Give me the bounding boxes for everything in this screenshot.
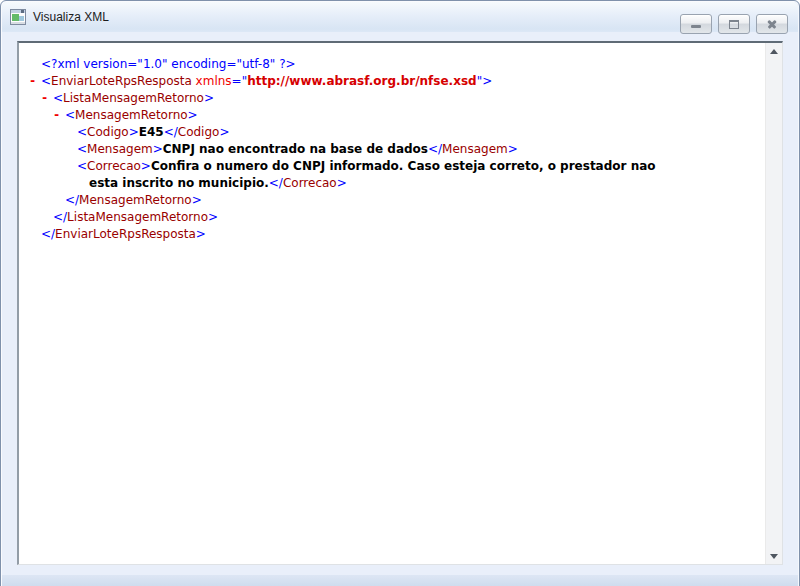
xml-segment-t: ListaMensagemRetorno bbox=[67, 210, 208, 224]
xml-segment-t: Correcao bbox=[87, 159, 141, 173]
xml-segment-t: Mensagem bbox=[442, 142, 508, 156]
scroll-down-button[interactable] bbox=[766, 548, 782, 564]
xml-segment-m: < bbox=[77, 125, 87, 139]
xml-segment-m: > bbox=[129, 125, 139, 139]
xml-segment-ns: xmlns bbox=[192, 74, 232, 88]
xml-segment-m: > bbox=[153, 142, 163, 156]
xml-segment-t: ListaMensagemRetorno bbox=[63, 91, 204, 105]
xml-segment-m: < bbox=[77, 159, 87, 173]
xml-segment-m: </ bbox=[428, 142, 442, 156]
xml-line: -<EnviarLoteRpsResposta xmlns="http://ww… bbox=[19, 73, 765, 90]
xml-segment-tx: Confira o numero do CNPJ informado. Caso… bbox=[151, 159, 656, 173]
xml-document: <?xml version="1.0" encoding="utf-8" ?>-… bbox=[19, 43, 765, 564]
collapse-toggle[interactable]: - bbox=[29, 73, 41, 90]
minimize-button[interactable] bbox=[680, 14, 712, 34]
vertical-scrollbar[interactable] bbox=[765, 43, 782, 564]
xml-segment-m: =" bbox=[232, 74, 248, 88]
xml-segment-t: Codigo bbox=[87, 125, 129, 139]
title-bar[interactable]: Visualiza XML bbox=[2, 2, 798, 32]
xml-viewer-panel: <?xml version="1.0" encoding="utf-8" ?>-… bbox=[17, 41, 783, 565]
arrow-up-icon bbox=[770, 49, 778, 54]
xml-line: <Correcao>Confira o numero do CNPJ infor… bbox=[19, 158, 765, 175]
xml-segment-m: </ bbox=[269, 176, 283, 190]
xml-segment-m: > bbox=[188, 108, 198, 122]
xml-segment-m: < bbox=[77, 142, 87, 156]
xml-segment-t: MensagemRetorno bbox=[79, 193, 192, 207]
xml-line: -<ListaMensagemRetorno> bbox=[19, 90, 765, 107]
xml-line: esta inscrito no municipio.</Correcao> bbox=[19, 175, 765, 192]
xml-segment-m: < bbox=[65, 108, 75, 122]
scroll-up-button[interactable] bbox=[766, 43, 782, 59]
xml-segment-m: </ bbox=[164, 125, 178, 139]
xml-segment-m: </ bbox=[65, 193, 79, 207]
xml-segment-m: > bbox=[337, 176, 347, 190]
xml-segment-m: > bbox=[508, 142, 518, 156]
xml-segment-m: > bbox=[208, 210, 218, 224]
collapse-toggle[interactable]: - bbox=[53, 107, 65, 124]
caption-buttons bbox=[680, 14, 788, 34]
xml-segment-t: Mensagem bbox=[87, 142, 153, 156]
xml-line: <?xml version="1.0" encoding="utf-8" ?> bbox=[19, 56, 765, 73]
close-button[interactable] bbox=[756, 14, 788, 34]
xml-line: </EnviarLoteRpsResposta> bbox=[19, 226, 765, 243]
xml-segment-m: "> bbox=[477, 74, 493, 88]
collapse-toggle[interactable]: - bbox=[41, 90, 53, 107]
xml-segment-m: > bbox=[204, 91, 214, 105]
xml-line: <Codigo>E45</Codigo> bbox=[19, 124, 765, 141]
xml-segment-m: </ bbox=[41, 227, 55, 241]
xml-segment-m: < bbox=[41, 74, 51, 88]
xml-segment-t: EnviarLoteRpsResposta bbox=[55, 227, 196, 241]
app-form-icon bbox=[10, 9, 26, 25]
xml-segment-t: Codigo bbox=[178, 125, 220, 139]
xml-segment-t: EnviarLoteRpsResposta bbox=[51, 74, 192, 88]
window-bottom-edge bbox=[2, 575, 798, 586]
xml-segment-nsv: http://www.abrasf.org.br/nfse.xsd bbox=[247, 74, 476, 88]
maximize-button[interactable] bbox=[718, 14, 750, 34]
xml-segment-m: < bbox=[53, 91, 63, 105]
xml-segment-t: Correcao bbox=[283, 176, 337, 190]
xml-line: </MensagemRetorno> bbox=[19, 192, 765, 209]
xml-segment-tx: E45 bbox=[139, 125, 164, 139]
minimize-icon bbox=[691, 25, 701, 28]
xml-segment-m: > bbox=[196, 227, 206, 241]
arrow-down-icon bbox=[770, 554, 778, 559]
xml-line: -<MensagemRetorno> bbox=[19, 107, 765, 124]
maximize-icon bbox=[729, 20, 739, 29]
xml-segment-m: > bbox=[219, 125, 229, 139]
window-title: Visualiza XML bbox=[33, 10, 109, 24]
xml-segment-tx: esta inscrito no municipio. bbox=[89, 176, 269, 190]
xml-segment-t: MensagemRetorno bbox=[75, 108, 188, 122]
xml-line: <Mensagem>CNPJ nao encontrado na base de… bbox=[19, 141, 765, 158]
xml-segment-tx: CNPJ nao encontrado na base de dados bbox=[163, 142, 428, 156]
visualiza-xml-window: Visualiza XML <?xml version="1.0" encodi… bbox=[0, 0, 800, 586]
xml-segment-m: <?xml version="1.0" encoding="utf-8" ?> bbox=[41, 57, 296, 71]
xml-segment-m: > bbox=[192, 193, 202, 207]
xml-segment-m: > bbox=[141, 159, 151, 173]
xml-line: </ListaMensagemRetorno> bbox=[19, 209, 765, 226]
xml-segment-m: </ bbox=[53, 210, 67, 224]
